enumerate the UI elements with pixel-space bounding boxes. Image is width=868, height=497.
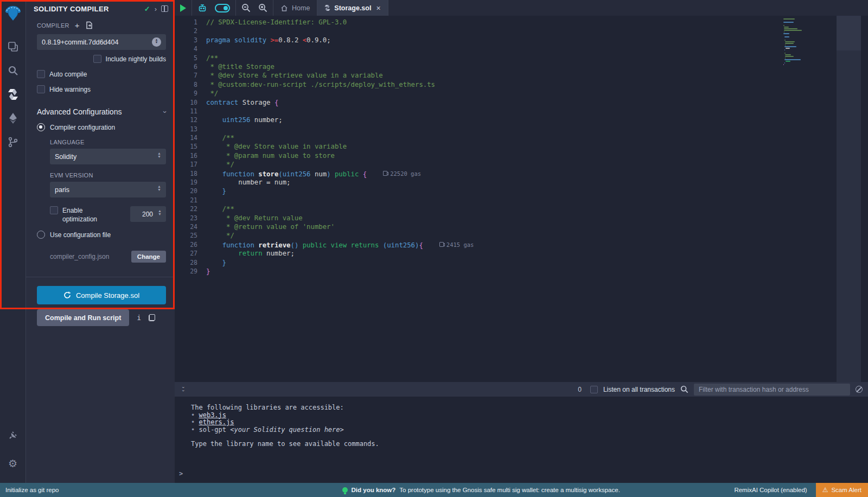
ethers-link[interactable]: ethers.js [199, 418, 234, 426]
editor-scrollbar[interactable] [837, 16, 861, 382]
code-line[interactable]: contract Storage { [206, 98, 868, 107]
tab-home-label: Home [292, 4, 310, 12]
code-line[interactable] [206, 107, 868, 116]
use-config-file-radio[interactable] [37, 231, 45, 239]
code-line[interactable]: function store(uint256 num) public {2252… [206, 169, 868, 178]
code-line[interactable]: * @title Storage [206, 62, 868, 71]
zoom-out-icon[interactable] [241, 3, 251, 12]
ethereum-icon [8, 112, 18, 124]
sidebar-item-solidity-compiler[interactable] [0, 82, 26, 106]
pin-panel-icon[interactable] [161, 5, 168, 12]
git-init-status[interactable]: Initialize as git repo [0, 487, 228, 493]
compiler-configuration-radio-row[interactable]: Compiler configuration [37, 123, 166, 131]
code-line[interactable]: */ [206, 89, 868, 98]
code-line[interactable]: * @return value of 'number' [206, 222, 868, 231]
load-compiler-file-icon[interactable] [85, 21, 93, 29]
transaction-count: 0 [578, 386, 582, 393]
code-line[interactable]: * @dev Store & retrieve value in a varia… [206, 71, 868, 80]
code-line[interactable]: */ [206, 231, 868, 240]
close-tab-icon[interactable]: × [376, 4, 380, 12]
code-line[interactable] [206, 27, 868, 35]
compiler-section-label: COMPILER [37, 22, 69, 29]
change-config-button[interactable]: Change [131, 251, 166, 263]
listen-all-transactions-checkbox[interactable] [590, 386, 598, 393]
sidebar-item-file-explorer[interactable] [0, 35, 26, 59]
transaction-filter-input[interactable] [694, 384, 850, 396]
copilot-status[interactable]: RemixAI Copilot (enabled) [734, 487, 807, 493]
minimap-line [785, 43, 794, 44]
code-line[interactable]: number = num; [206, 178, 868, 187]
solidity-compiler-panel: SOLIDITY COMPILER ✓ › COMPILER + 0.8.19 [26, 0, 175, 483]
tab-home[interactable]: Home [273, 0, 317, 16]
code-line[interactable]: uint256 number; [206, 116, 868, 124]
code-line[interactable]: * @custom:dev-run-script ./scripts/deplo… [206, 80, 868, 89]
copilot-robot-icon[interactable] [197, 3, 207, 13]
copy-icon[interactable] [149, 314, 155, 321]
code-line[interactable]: } [206, 187, 868, 195]
include-nightly-checkbox[interactable] [93, 55, 101, 63]
web3-link[interactable]: web3.js [199, 411, 226, 419]
sidebar-item-search[interactable] [0, 59, 26, 82]
code-pane[interactable]: // SPDX-License-Identifier: GPL-3.0pragm… [206, 16, 868, 382]
tab-storage-sol[interactable]: Storage.sol × [317, 0, 388, 16]
sidebar-item-git[interactable] [0, 130, 26, 154]
code-line[interactable]: } [206, 267, 868, 276]
hide-warnings-checkbox[interactable] [37, 85, 45, 93]
code-line[interactable]: /** [206, 133, 868, 142]
compile-button[interactable]: Compile Storage.sol [37, 286, 166, 304]
evm-version-select[interactable]: paris ▲▼ [50, 182, 166, 197]
copilot-toggle[interactable] [215, 4, 230, 12]
hide-warnings-label: Hide warnings [49, 86, 91, 93]
compiler-configuration-radio[interactable] [37, 123, 45, 131]
terminal-output[interactable]: The following libraries are accessible: … [175, 397, 868, 483]
add-compiler-icon[interactable]: + [75, 21, 80, 30]
language-value: Solidity [55, 153, 157, 161]
plug-icon [8, 430, 18, 441]
panel-chevron-icon[interactable]: › [155, 5, 157, 12]
refresh-icon [63, 291, 71, 299]
compiler-version-select[interactable]: 0.8.19+commit.7dd6d404 ▲▼ [37, 34, 166, 50]
enable-optimization-checkbox[interactable] [50, 206, 58, 214]
info-icon[interactable]: i [137, 314, 141, 322]
compile-and-run-button[interactable]: Compile and Run script [37, 309, 129, 326]
code-line[interactable]: * @dev Return value [206, 214, 868, 222]
line-number: 13 [175, 125, 206, 133]
editor-scrollbar-thumb[interactable] [837, 16, 861, 50]
code-line[interactable]: function retrieve() public view returns … [206, 240, 868, 249]
use-config-file-radio-row[interactable]: Use configuration file [37, 231, 166, 239]
zoom-in-icon[interactable] [258, 3, 267, 12]
remix-logo-icon[interactable] [3, 3, 23, 23]
panel-body: COMPILER + 0.8.19+commit.7dd6d404 ▲▼ Inc… [26, 17, 175, 483]
run-script-play-icon[interactable] [180, 4, 186, 12]
code-line[interactable]: */ [206, 160, 868, 169]
sidebar-item-settings[interactable]: ⚙ [0, 451, 26, 475]
enable-optimization-control[interactable]: Enable optimization [50, 206, 115, 224]
advanced-configurations-header[interactable]: Advanced Configurations › [37, 107, 166, 116]
code-line[interactable]: } [206, 258, 868, 267]
code-line[interactable] [206, 196, 868, 205]
code-line[interactable]: pragma solidity >=0.8.2 <0.9.0; [206, 36, 868, 44]
optimization-runs-input[interactable]: 200 ▲▼ [130, 206, 166, 222]
icon-sidebar: ⚙ [0, 0, 26, 483]
code-line[interactable]: /** [206, 54, 868, 62]
language-select[interactable]: Solidity ▲▼ [50, 149, 166, 164]
terminal-prompt[interactable]: > [179, 470, 183, 477]
terminal-search-icon[interactable] [680, 385, 688, 393]
minimap-line [783, 33, 789, 34]
clear-console-icon[interactable] [856, 386, 863, 393]
auto-compile-checkbox[interactable] [37, 70, 45, 78]
code-line[interactable] [206, 125, 868, 133]
code-line[interactable]: // SPDX-License-Identifier: GPL-3.0 [206, 18, 868, 27]
code-line[interactable]: * @param num value to store [206, 151, 868, 160]
scam-alert-badge[interactable]: ⚠ Scam Alert [816, 483, 868, 497]
code-line[interactable] [206, 44, 868, 53]
code-editor[interactable]: 1234567891011121314151617181920212223242… [175, 16, 868, 382]
code-line[interactable]: * @dev Store value in variable [206, 142, 868, 151]
sidebar-item-plugin-manager[interactable] [0, 423, 26, 447]
code-line[interactable]: return number; [206, 249, 868, 258]
editor-minimap[interactable] [783, 18, 835, 66]
code-line[interactable]: /** [206, 205, 868, 213]
git-branch-icon [8, 137, 18, 148]
terminal-collapse-icon[interactable]: ⌄⌄ [181, 386, 186, 393]
sidebar-item-deploy-run[interactable] [0, 106, 26, 130]
